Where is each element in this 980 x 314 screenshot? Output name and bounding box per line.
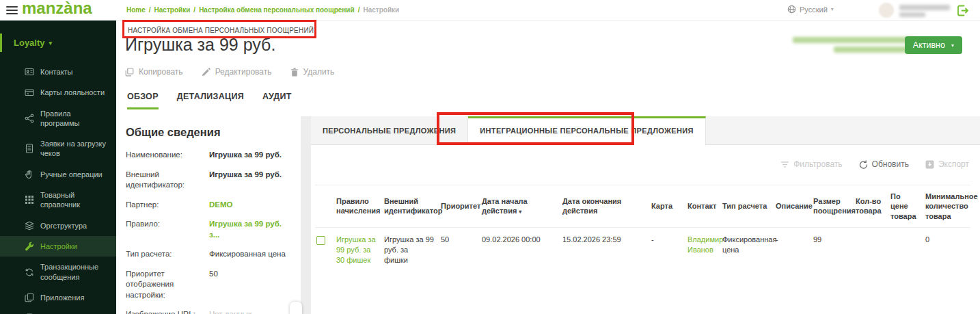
breadcrumb-current: Настройки — [363, 6, 399, 14]
sidebar-item-applications[interactable]: Приложения — [0, 287, 116, 308]
delete-button[interactable]: Удалить — [290, 67, 335, 77]
hamburger-icon[interactable] — [6, 6, 18, 14]
sidebar-item-label: Карты лояльности — [40, 88, 105, 97]
tab-personal-offers[interactable]: ПЕРСОНАЛЬНЫЕ ПРЕДЛОЖЕНИЯ — [311, 116, 468, 144]
sidebar-item-program-rules[interactable]: Правила программы — [0, 103, 116, 134]
sidebar-item-label: Оргструктура — [40, 221, 87, 231]
layers-icon — [25, 221, 34, 231]
sidebar-item-label: Контакты — [40, 67, 73, 77]
exit-icon[interactable] — [955, 3, 970, 18]
rule-link[interactable]: Игрушка за 99 руб. з... — [209, 219, 292, 240]
wrench-icon — [25, 241, 34, 251]
language-selector[interactable]: Русский ▾ — [787, 5, 834, 14]
column-header-priority[interactable]: Приоритет — [441, 201, 482, 211]
copy-label: Копировать — [139, 67, 183, 77]
cell-description: - — [776, 235, 813, 265]
column-header-calc-type[interactable]: Тип расчета — [722, 201, 776, 211]
section-label: НАСТРОЙКА ОБМЕНА ПЕРСОНАЛЬНЫХ ПООЩРЕНИЙ — [128, 27, 314, 34]
sidebar-item-label: Транзакционные сообщения — [40, 262, 112, 282]
delete-label: Удалить — [303, 67, 335, 77]
sidebar-nav: Контакты Карты лояльности Правила програ… — [0, 62, 116, 314]
sidebar-item-product-catalog[interactable]: Товарный справочник — [0, 185, 116, 215]
credit-card-icon — [25, 88, 34, 97]
table-row: Игрушка за 99 руб. за 30 фишек Игрушка з… — [315, 228, 970, 272]
copy-button[interactable]: Копировать — [125, 67, 183, 77]
cell-contact-link[interactable]: Владимир Иванов — [688, 235, 722, 265]
cell-rule-link[interactable]: Игрушка за 99 руб. за 30 фишек — [336, 235, 384, 265]
column-header-reward-size[interactable]: Размер поощрения — [813, 196, 856, 216]
sidebar-item-transactional-messages[interactable]: Транзакционные сообщения — [0, 257, 116, 287]
field-partner: Партнер: DEMO — [126, 200, 292, 211]
breadcrumb: Home/ Настройки/ Настройка обмена персон… — [126, 6, 399, 14]
cell-min-goods-qty: 0 — [925, 235, 970, 265]
sidebar-item-integration[interactable]: Интеграция — [0, 308, 116, 314]
module-label: Loyalty — [14, 38, 45, 48]
cell-priority: 50 — [441, 235, 482, 265]
cell-calc-type: Фиксированная цена — [722, 235, 776, 265]
grid-icon — [25, 195, 34, 205]
column-header-card[interactable]: Карта — [651, 201, 688, 211]
scrollbar-thumb[interactable] — [290, 302, 302, 314]
copy-icon — [125, 68, 134, 77]
refresh-label: Обновить — [872, 159, 909, 169]
tab-detalization[interactable]: ДЕТАЛИЗАЦИЯ — [177, 92, 244, 109]
sidebar-item-loyalty-cards[interactable]: Карты лояльности — [0, 82, 116, 103]
language-label: Русский — [800, 5, 828, 14]
pencil-icon — [202, 68, 210, 77]
field-calc-type: Тип расчета: Фиксированная цена — [126, 249, 292, 260]
cell-start-date: 09.02.2026 00:00 — [482, 235, 562, 265]
cell-reward-size: 99 — [813, 235, 856, 265]
tab-overview[interactable]: ОБЗОР — [127, 92, 159, 109]
top-bar: manzàna Home/ Настройки/ Настройка обмен… — [0, 0, 980, 21]
sidebar-item-settings[interactable]: Настройки — [0, 236, 116, 257]
hand-icon — [25, 170, 34, 179]
column-header-goods-qty[interactable]: Кол-во товара — [856, 196, 890, 216]
edit-label: Редактировать — [215, 67, 272, 77]
column-header-contact[interactable]: Контакт — [688, 201, 722, 211]
breadcrumb-settings[interactable]: Настройки — [154, 6, 191, 14]
pages-icon — [25, 293, 34, 302]
breadcrumb-exchange-settings[interactable]: Настройка обмена персональных поощрений — [199, 6, 355, 14]
column-header-external-id[interactable]: Внешний идентификатор — [384, 196, 441, 216]
field-name: Наименование: Игрушка за 99 руб. — [126, 150, 292, 161]
column-header-end-date[interactable]: Дата окончания действия — [562, 196, 651, 216]
offers-tabstrip: ПЕРСОНАЛЬНЫЕ ПРЕДЛОЖЕНИЯ ИНТЕГРАЦИОННЫЕ … — [311, 116, 980, 145]
sidebar-item-org-structure[interactable]: Оргструктура — [0, 215, 116, 236]
export-button[interactable]: Экспорт — [925, 159, 969, 169]
offers-panel: ПЕРСОНАЛЬНЫЕ ПРЕДЛОЖЕНИЯ ИНТЕГРАЦИОННЫЕ … — [311, 116, 980, 314]
column-header-description[interactable]: Описание — [776, 201, 813, 211]
avatar[interactable] — [879, 3, 894, 18]
sidebar-item-manual-operations[interactable]: Ручные операции — [0, 164, 116, 185]
module-selector-loyalty[interactable]: Loyalty ▾ — [0, 34, 116, 52]
edit-button[interactable]: Редактировать — [202, 67, 272, 77]
sidebar-item-contacts[interactable]: Контакты — [0, 62, 116, 82]
breadcrumb-home[interactable]: Home — [126, 6, 146, 14]
filter-label: Фильтровать — [793, 159, 842, 169]
sidebar: Loyalty ▾ Контакты Карты лояльности Прав… — [0, 21, 116, 314]
column-header-goods-price[interactable]: По цене товара — [890, 192, 925, 221]
app-logo[interactable]: manzàna — [22, 0, 92, 18]
column-header-min-goods-qty[interactable]: Минимальное количество товара — [925, 192, 980, 221]
row-checkbox[interactable] — [316, 236, 325, 245]
column-header-start-date[interactable]: Дата начала действия▾ — [482, 196, 562, 216]
sort-desc-icon: ▾ — [519, 209, 521, 215]
page-header: НАСТРОЙКА ОБМЕНА ПЕРСОНАЛЬНЫХ ПООЩРЕНИЙ … — [116, 21, 980, 116]
table-header-row: Правило начисления Внешний идентификатор… — [315, 185, 970, 228]
offers-table: Правило начисления Внешний идентификатор… — [315, 185, 970, 272]
sync-icon — [25, 267, 34, 277]
column-header-rule[interactable]: Правило начисления — [336, 196, 384, 216]
refresh-button[interactable]: Обновить — [859, 159, 909, 169]
sidebar-item-receipt-upload-requests[interactable]: Заявки на загрузку чеков — [0, 133, 116, 164]
redacted-user-name — [899, 5, 950, 10]
tab-integration-personal-offers[interactable]: ИНТЕГРАЦИОННЫЕ ПЕРСОНАЛЬНЫЕ ПРЕДЛОЖЕНИЯ — [468, 116, 706, 146]
sidebar-item-label: Приложения — [40, 293, 84, 302]
export-icon — [925, 160, 934, 169]
chevron-down-icon: ▾ — [49, 40, 53, 47]
redacted-user-role — [899, 12, 925, 17]
filter-button[interactable]: Фильтровать — [780, 159, 842, 169]
tab-audit[interactable]: АУДИТ — [262, 92, 292, 109]
partner-link[interactable]: DEMO — [209, 200, 292, 211]
status-dropdown-button[interactable]: Активно ▾ — [905, 36, 962, 54]
redacted-responsible-line1 — [793, 37, 914, 43]
sidebar-item-label: Настройки — [40, 241, 77, 251]
